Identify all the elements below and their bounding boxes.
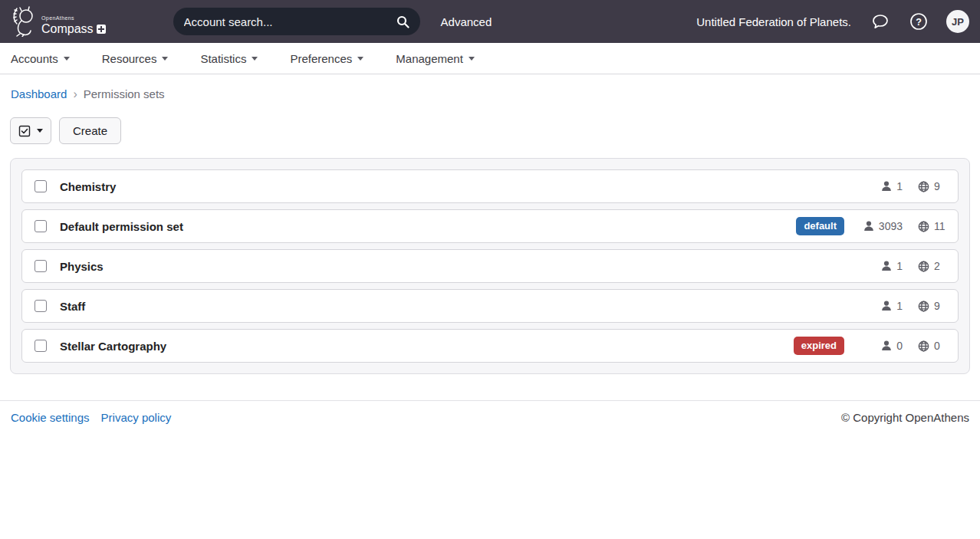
- advanced-search-link[interactable]: Advanced: [441, 15, 492, 28]
- permission-set-name: Stellar Cartography: [60, 340, 166, 353]
- user-count-value: 0: [896, 340, 903, 352]
- permission-set-row[interactable]: Staff 1 9: [21, 289, 959, 323]
- row-meta: default 3093 11: [796, 217, 945, 235]
- bulk-select-dropdown-button[interactable]: [10, 117, 51, 144]
- chevron-down-icon: [162, 57, 168, 61]
- row-meta: 1 2: [860, 260, 945, 272]
- user-count-value: 1: [896, 180, 903, 192]
- svg-text:?: ?: [916, 17, 922, 28]
- chevron-down-icon: [37, 129, 43, 133]
- resource-count-value: 9: [934, 180, 940, 192]
- chevron-down-icon: [64, 57, 70, 61]
- nav-item-resources[interactable]: Resources: [102, 52, 169, 65]
- status-badge: expired: [794, 337, 844, 355]
- chevron-down-icon: [469, 57, 475, 61]
- resource-count: 2: [918, 260, 945, 272]
- logo-brand-small: OpenAthens: [41, 15, 106, 21]
- resource-count: 9: [918, 180, 945, 192]
- chat-button[interactable]: [871, 12, 890, 31]
- permission-set-name: Default permission set: [60, 220, 183, 233]
- topbar: OpenAthens Compass Advanced Untitled Fed…: [0, 0, 980, 43]
- permission-set-name: Physics: [60, 260, 104, 273]
- row-meta: 1 9: [860, 180, 945, 192]
- row-checkbox[interactable]: [35, 300, 47, 312]
- user-count: 1: [860, 300, 903, 312]
- copyright-notice: © Copyright OpenAthens: [841, 411, 969, 424]
- checkbox-check-icon: [18, 125, 31, 137]
- create-button[interactable]: Create: [59, 117, 121, 144]
- privacy-policy-link[interactable]: Privacy policy: [101, 411, 172, 424]
- resource-count-value: 11: [934, 220, 945, 232]
- breadcrumb: Dashboard › Permission sets: [0, 74, 980, 100]
- chat-bubble-icon: [871, 12, 890, 31]
- search-icon[interactable]: [396, 15, 409, 28]
- resource-count-value: 9: [934, 300, 940, 312]
- user-count-value: 1: [896, 260, 903, 272]
- openathens-owl-logo-icon: [11, 6, 37, 37]
- nav-item-label: Accounts: [11, 52, 58, 65]
- resource-count: 9: [918, 300, 945, 312]
- row-checkbox[interactable]: [35, 340, 47, 352]
- permission-set-row[interactable]: Stellar Cartography expired 0 0: [21, 329, 959, 363]
- nav-item-accounts[interactable]: Accounts: [11, 52, 70, 65]
- user-icon: [881, 301, 892, 311]
- permission-set-name: Chemistry: [60, 180, 116, 193]
- permission-set-row[interactable]: Chemistry 1 9: [21, 169, 959, 203]
- plus-icon: [97, 25, 106, 34]
- main-navigation: Accounts Resources Statistics Preference…: [0, 43, 980, 74]
- nav-item-management[interactable]: Management: [396, 52, 475, 65]
- row-checkbox[interactable]: [35, 260, 47, 272]
- main-content: Dashboard › Permission sets Create Chemi…: [0, 74, 980, 374]
- resource-count: 11: [918, 220, 945, 232]
- chevron-down-icon: [357, 57, 363, 61]
- globe-icon: [918, 340, 929, 352]
- row-meta: 1 9: [860, 300, 945, 312]
- breadcrumb-dashboard-link[interactable]: Dashboard: [11, 87, 67, 100]
- account-search-box[interactable]: [173, 8, 420, 35]
- user-icon: [863, 221, 874, 232]
- user-icon: [881, 261, 892, 271]
- nav-item-label: Preferences: [290, 52, 352, 65]
- globe-icon: [918, 181, 929, 192]
- user-count: 1: [860, 260, 903, 272]
- row-checkbox[interactable]: [35, 180, 47, 192]
- help-icon: ?: [909, 12, 928, 31]
- user-count: 0: [860, 340, 903, 352]
- openathens-compass-logo[interactable]: OpenAthens Compass: [11, 6, 106, 37]
- status-badge: default: [796, 217, 844, 235]
- resource-count-value: 0: [934, 340, 940, 352]
- row-checkbox[interactable]: [35, 220, 47, 232]
- help-button[interactable]: ?: [909, 12, 928, 31]
- resource-count-value: 2: [934, 260, 940, 272]
- user-count-value: 3093: [879, 220, 903, 232]
- permission-set-name: Staff: [60, 300, 85, 313]
- permission-sets-list: Chemistry 1 9 Default permission: [10, 158, 970, 374]
- toolbar: Create: [0, 100, 980, 144]
- nav-item-statistics[interactable]: Statistics: [200, 52, 258, 65]
- resource-count: 0: [918, 340, 945, 352]
- breadcrumb-current-page: Permission sets: [84, 87, 165, 100]
- row-meta: expired 0 0: [794, 337, 945, 355]
- nav-item-label: Management: [396, 52, 463, 65]
- globe-icon: [918, 261, 929, 272]
- nav-item-preferences[interactable]: Preferences: [290, 52, 363, 65]
- logo-brand-large: Compass: [41, 23, 94, 35]
- user-count: 1: [860, 180, 903, 192]
- nav-item-label: Statistics: [200, 52, 246, 65]
- globe-icon: [918, 221, 929, 232]
- account-search-input[interactable]: [184, 15, 396, 28]
- globe-icon: [918, 301, 929, 312]
- footer: Cookie settings Privacy policy © Copyrig…: [0, 400, 980, 434]
- organisation-name: Untitled Federation of Planets.: [696, 15, 851, 28]
- user-avatar[interactable]: JP: [946, 10, 969, 33]
- chevron-down-icon: [252, 57, 258, 61]
- user-icon: [881, 181, 892, 192]
- user-count-value: 1: [896, 300, 903, 312]
- permission-set-row[interactable]: Default permission set default 3093 11: [21, 209, 959, 243]
- logo-text: OpenAthens Compass: [41, 15, 106, 37]
- user-icon: [881, 340, 892, 351]
- user-count: 3093: [860, 220, 903, 232]
- permission-set-row[interactable]: Physics 1 2: [21, 249, 959, 283]
- cookie-settings-link[interactable]: Cookie settings: [11, 411, 90, 424]
- breadcrumb-separator-icon: ›: [73, 88, 77, 100]
